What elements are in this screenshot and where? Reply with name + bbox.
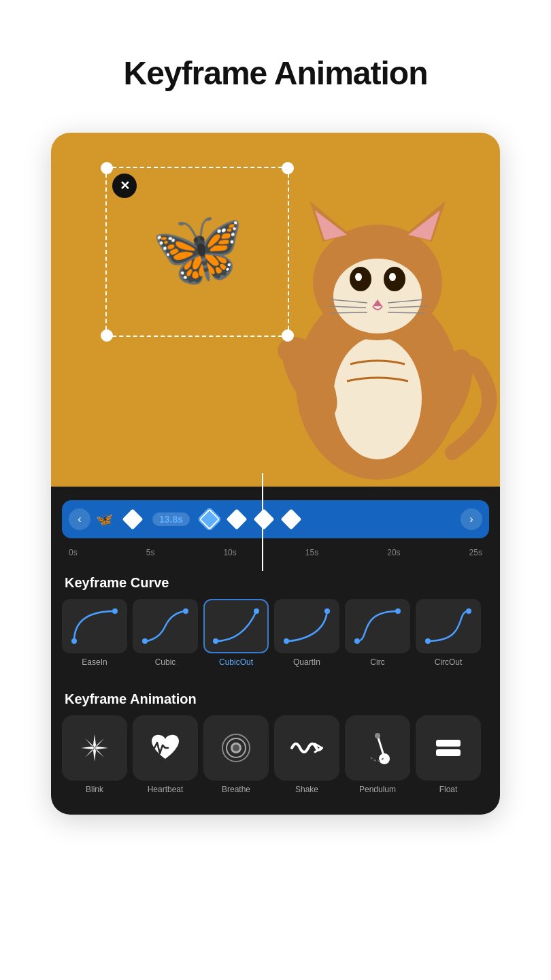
butterfly-sticker: 🦋: [151, 211, 244, 286]
curve-circout-label: CircOut: [435, 657, 463, 667]
svg-point-23: [112, 608, 118, 614]
svg-point-37: [233, 745, 239, 751]
svg-line-18: [388, 312, 425, 313]
timeline-track: ‹ 🦋 13.8s ›: [62, 500, 489, 538]
anim-shake-box: [274, 715, 339, 781]
curve-cubic-label: Cubic: [155, 657, 176, 667]
svg-point-25: [183, 608, 188, 614]
time-10s: 10s: [223, 548, 236, 557]
curve-circout-box: [416, 599, 481, 653]
svg-point-1: [333, 337, 422, 459]
time-5s: 5s: [146, 548, 155, 557]
animation-grid: Blink Heartbeat: [51, 715, 500, 815]
close-button[interactable]: ✕: [112, 174, 137, 198]
time-ruler: 0s 5s 10s 15s 20s 25s: [51, 544, 500, 564]
anim-breathe-label: Breathe: [222, 785, 250, 794]
keyframe-curve-title: Keyframe Curve: [51, 564, 500, 599]
anim-shake[interactable]: Shake: [274, 715, 339, 794]
svg-rect-42: [436, 749, 461, 756]
keyframe-4[interactable]: [253, 508, 274, 529]
anim-pendulum-label: Pendulum: [359, 785, 396, 794]
curve-quartin-label: QuartIn: [293, 657, 320, 667]
curve-cubic-box: [133, 599, 198, 653]
svg-point-21: [278, 337, 312, 364]
handle-tr[interactable]: [282, 162, 294, 174]
timeline-inner: 🦋 13.8s: [90, 511, 461, 527]
curve-quartin[interactable]: QuartIn: [274, 599, 339, 667]
time-15s: 15s: [305, 548, 318, 557]
svg-point-22: [71, 638, 77, 644]
svg-point-40: [375, 733, 380, 738]
canvas-area: ✕ 🦋: [51, 133, 500, 487]
curve-circ[interactable]: Circ: [345, 599, 410, 667]
anim-blink-box: [62, 715, 127, 781]
svg-point-26: [213, 638, 218, 644]
time-ruler-inner: 0s 5s 10s 15s 20s 25s: [62, 548, 489, 557]
keyframe-curve-section: Keyframe Curve EaseIn: [51, 564, 500, 681]
anim-heartbeat-label: Heartbeat: [148, 785, 184, 794]
svg-point-33: [466, 608, 471, 614]
svg-marker-6: [408, 210, 440, 240]
anim-pendulum[interactable]: Pendulum: [345, 715, 410, 794]
anim-heartbeat-box: [133, 715, 198, 781]
curve-quartin-box: [274, 599, 339, 653]
keyframe-selected[interactable]: [199, 508, 220, 529]
curve-circ-box: [345, 599, 410, 653]
svg-point-11: [389, 273, 396, 281]
anim-pendulum-box: [345, 715, 410, 781]
keyframe-1[interactable]: [122, 508, 143, 529]
anim-blink-label: Blink: [86, 785, 103, 794]
handle-bl[interactable]: [101, 329, 113, 342]
svg-point-24: [142, 638, 148, 644]
svg-line-15: [330, 312, 367, 313]
curve-circ-label: Circ: [370, 657, 384, 667]
curve-easein-box: [62, 599, 127, 653]
curve-cubicout[interactable]: CubicOut: [203, 599, 269, 667]
anim-float[interactable]: Float: [416, 715, 481, 794]
svg-point-39: [379, 753, 390, 764]
keyframe-animation-section: Keyframe Animation: [51, 681, 500, 815]
timeline-prev-button[interactable]: ‹: [69, 508, 90, 530]
bottom-panel: ‹ 🦋 13.8s › 0s 5s 10s 15s 20: [51, 487, 500, 815]
time-0s: 0s: [69, 548, 78, 557]
anim-blink[interactable]: Blink: [62, 715, 127, 794]
selection-box: ✕ 🦋: [105, 167, 289, 337]
timeline-section: ‹ 🦋 13.8s ›: [51, 487, 500, 544]
time-20s: 20s: [387, 548, 400, 557]
anim-breathe[interactable]: Breathe: [203, 715, 269, 794]
timeline-time-badge: 13.8s: [152, 512, 190, 526]
svg-point-31: [395, 608, 401, 614]
svg-marker-5: [315, 210, 347, 240]
timeline-playhead: [262, 473, 263, 571]
svg-point-30: [354, 638, 360, 644]
handle-tl[interactable]: [101, 162, 113, 174]
time-25s: 25s: [469, 548, 482, 557]
anim-breathe-box: [203, 715, 269, 781]
app-container: ✕ 🦋 ‹ 🦋 13.8s ›: [51, 133, 500, 815]
svg-point-27: [254, 608, 259, 614]
page-title: Keyframe Animation: [0, 0, 551, 119]
keyframe-animation-title: Keyframe Animation: [51, 681, 500, 715]
svg-point-7: [333, 259, 422, 333]
anim-float-box: [416, 715, 481, 781]
curve-cubic[interactable]: Cubic: [133, 599, 198, 667]
timeline-butterfly-icon: 🦋: [96, 511, 113, 527]
keyframe-5[interactable]: [280, 508, 301, 529]
anim-float-label: Float: [439, 785, 458, 794]
svg-rect-41: [436, 740, 461, 747]
timeline-next-button[interactable]: ›: [461, 508, 482, 530]
curve-easein[interactable]: EaseIn: [62, 599, 127, 667]
curve-easein-label: EaseIn: [82, 657, 107, 667]
curve-cubicout-label: CubicOut: [219, 657, 253, 667]
anim-shake-label: Shake: [295, 785, 318, 794]
curve-circout[interactable]: CircOut: [416, 599, 481, 667]
handle-br[interactable]: [282, 329, 294, 342]
curve-grid: EaseIn Cubic: [51, 599, 500, 681]
svg-point-9: [355, 273, 362, 281]
keyframe-3[interactable]: [226, 508, 247, 529]
curve-cubicout-box: [203, 599, 269, 653]
svg-point-32: [425, 638, 431, 644]
anim-heartbeat[interactable]: Heartbeat: [133, 715, 198, 794]
svg-point-28: [284, 638, 289, 644]
svg-point-29: [324, 608, 330, 614]
